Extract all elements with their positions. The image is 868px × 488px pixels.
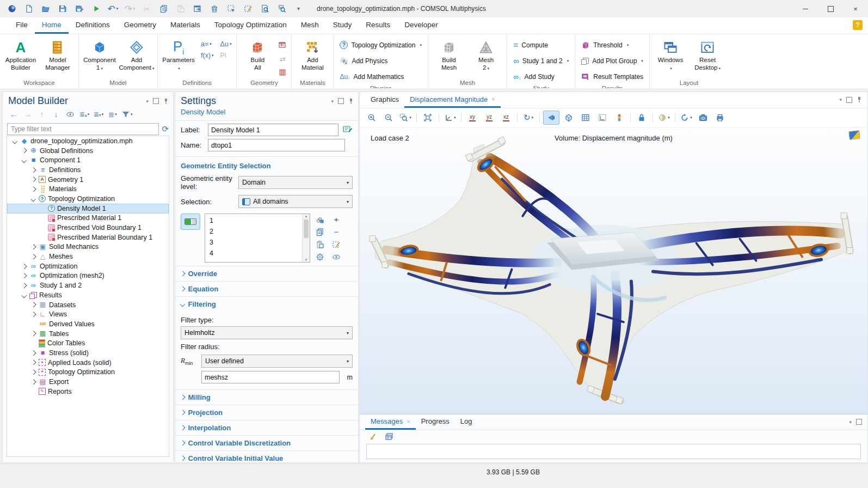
domain-list[interactable]: 1234 ▴▾ (205, 213, 310, 263)
messages-tab-log[interactable]: Log (455, 414, 478, 430)
tree-item[interactable]: 8.85Derived Values (7, 319, 169, 329)
tree-item[interactable]: Prescribed Void Boundary 1 (7, 223, 169, 233)
filter-button[interactable]: ▾ (120, 109, 134, 120)
table-window-button[interactable] (383, 431, 396, 442)
expand-icon[interactable] (30, 332, 36, 335)
rotate-button[interactable]: ↻▾ (521, 111, 536, 124)
show-selection-button[interactable] (331, 252, 342, 261)
application-builder-button[interactable]: AApplicationBuilder (3, 37, 39, 73)
tree-item[interactable]: ▤Export (7, 377, 169, 387)
expand-icon[interactable] (30, 380, 36, 384)
tree-item[interactable]: ■Stress (solid) (7, 348, 169, 358)
chip-a[interactable]: a=▾ (201, 40, 214, 48)
windows-button[interactable]: Windows▾ (652, 37, 688, 74)
pin-icon[interactable] (348, 98, 354, 105)
menu-tab-definitions[interactable]: Definitions (69, 17, 117, 34)
redo-button[interactable]: ↷▾ (121, 2, 138, 16)
expand-icon[interactable] (30, 370, 36, 374)
save-button[interactable] (54, 2, 71, 16)
collapse-icon[interactable] (21, 294, 27, 297)
new-file-button[interactable] (20, 2, 37, 16)
result-templates-button[interactable]: Result Templates (578, 69, 647, 84)
tree-item[interactable]: ■Component 1 (7, 155, 169, 165)
zoom-out-button[interactable] (381, 111, 396, 124)
move-up-button[interactable]: ↑ (35, 109, 48, 120)
tree-item[interactable]: Prescribed Material 1 (7, 213, 169, 223)
study-1-and-2-button[interactable]: ∞Study 1 and 2▾ (510, 53, 572, 69)
filter-input[interactable] (7, 123, 159, 135)
add-material-button[interactable]: AddMaterial (294, 37, 330, 73)
section-override[interactable]: Override (175, 266, 358, 281)
run-button[interactable] (88, 2, 104, 16)
float-icon[interactable] (846, 97, 852, 103)
chevron-down-icon[interactable]: ▾ (839, 97, 842, 102)
expand-icon[interactable] (30, 255, 36, 259)
menu-tab-results[interactable]: Results (359, 17, 397, 34)
zoom-to-selection-button[interactable] (315, 252, 325, 261)
expand-icon[interactable] (30, 313, 36, 316)
collapse-icon[interactable] (21, 158, 27, 162)
menu-tab-developer[interactable]: Developer (397, 17, 445, 34)
graphics-tab-graphics[interactable]: Graphics (365, 92, 404, 108)
close-button[interactable]: × (843, 0, 868, 17)
delete-button[interactable] (206, 2, 223, 16)
messages-tab-progress[interactable]: Progress (416, 414, 455, 430)
collapse-icon[interactable] (11, 139, 18, 143)
copy-selection-button[interactable] (315, 227, 325, 236)
expand-icon[interactable] (30, 168, 36, 172)
add-component-button[interactable]: AddComponent▾ (119, 37, 155, 74)
tree-item[interactable]: ▦Tables (7, 329, 169, 339)
tree-item[interactable]: ∞Optimization (mesh2) (7, 271, 169, 281)
section-filtering[interactable]: Filtering (175, 296, 358, 312)
expand-icon[interactable] (21, 265, 27, 269)
tree-item[interactable]: ▦Datasets (7, 300, 169, 310)
menu-tab-topology-optimization[interactable]: Topology Optimization (207, 17, 294, 34)
clear-messages-button[interactable] (365, 431, 378, 442)
chevron-down-icon[interactable]: ▾ (331, 99, 334, 104)
open-file-button[interactable] (37, 2, 54, 16)
graphics-canvas[interactable]: Load case 2 Volume: Displacement magnitu… (360, 127, 867, 413)
domain-item[interactable]: 2 (205, 226, 302, 237)
paste-button[interactable] (172, 2, 189, 16)
plot-thumbnail-icon[interactable] (848, 130, 860, 140)
refresh-icon[interactable]: ⟳ (162, 124, 169, 134)
label-field[interactable] (208, 124, 338, 136)
find-button[interactable] (256, 2, 273, 16)
collapse-icon[interactable] (30, 197, 36, 201)
add-plot-group-button[interactable]: Add Plot Group▾ (578, 53, 647, 69)
expand-icon[interactable] (21, 149, 27, 152)
tree-item[interactable]: AGeometry 1 (7, 175, 169, 185)
menu-tab-home[interactable]: Home (35, 17, 69, 34)
qat-overflow-button[interactable]: ▾ (290, 2, 307, 16)
domain-item[interactable]: 4 (205, 248, 302, 259)
help-icon[interactable]: ? (853, 20, 863, 30)
float-icon[interactable] (856, 419, 862, 425)
domain-item[interactable]: 3 (205, 237, 302, 248)
rmin-dropdown[interactable]: User defined▾ (201, 355, 353, 368)
view-xz-button[interactable]: xz (498, 111, 514, 124)
add-physics-button[interactable]: Add Physics (336, 53, 391, 69)
build-mesh-button[interactable]: BuildMesh (431, 37, 467, 73)
tree-item[interactable]: △Meshes (7, 252, 169, 261)
expand-icon[interactable] (30, 351, 36, 355)
lock-axes-button[interactable] (634, 111, 649, 124)
name-field[interactable] (208, 139, 345, 151)
update-plot-button[interactable]: ▾ (679, 111, 694, 124)
active-toggle-button[interactable] (181, 213, 200, 230)
chip-u[interactable]: Δu▾ (220, 40, 232, 48)
entity-level-dropdown[interactable]: Domain▾ (238, 176, 353, 189)
component-1-button[interactable]: Component1▾ (82, 37, 118, 74)
zoom-extents-button[interactable] (420, 111, 435, 124)
selection-dropdown[interactable]: All domains▾ (238, 195, 353, 208)
menu-tab-mesh[interactable]: Mesh (294, 17, 326, 34)
messages-output[interactable] (366, 444, 861, 459)
add-study-button[interactable]: ∞↓Add Study (510, 69, 558, 84)
go-forward-button[interactable]: → (21, 109, 34, 120)
menu-tab-materials[interactable]: Materials (163, 17, 207, 34)
float-icon[interactable] (338, 98, 344, 104)
create-selection-button[interactable] (315, 215, 325, 224)
section-milling[interactable]: Milling (175, 389, 358, 405)
menu-tab-geometry[interactable]: Geometry (117, 17, 163, 34)
select-box-button[interactable] (223, 2, 239, 16)
add-mathematics-button[interactable]: Δu↓Add Mathematics (336, 69, 407, 84)
